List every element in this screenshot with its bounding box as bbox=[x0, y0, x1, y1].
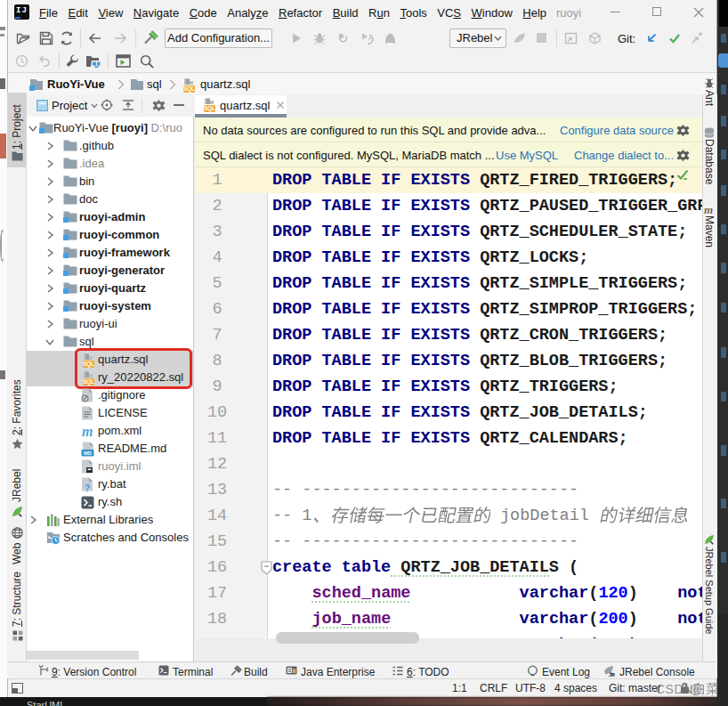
svg-text:SQL: SQL bbox=[204, 105, 215, 112]
svg-text:JR: JR bbox=[609, 672, 615, 678]
svg-text:MD: MD bbox=[84, 450, 92, 456]
svg-text:m: m bbox=[82, 425, 93, 438]
svg-text:SQL: SQL bbox=[183, 85, 195, 93]
svg-text:?: ? bbox=[85, 483, 90, 492]
